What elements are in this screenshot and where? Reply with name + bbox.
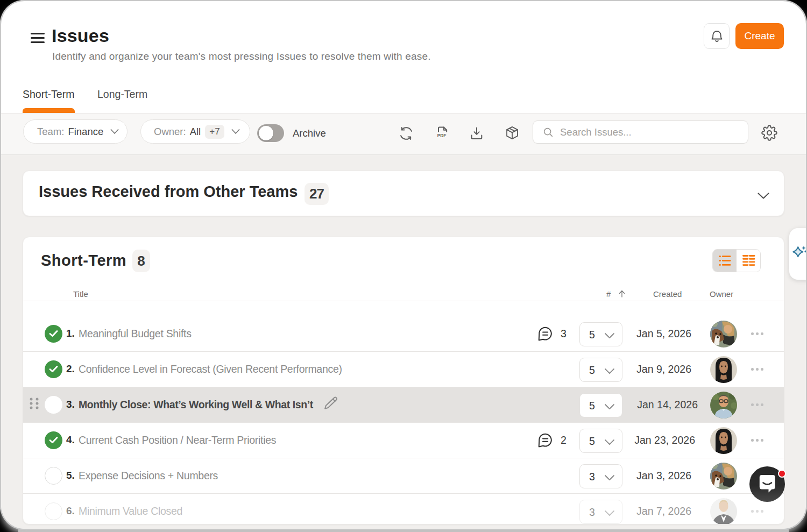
svg-text:PDF: PDF (437, 133, 447, 138)
